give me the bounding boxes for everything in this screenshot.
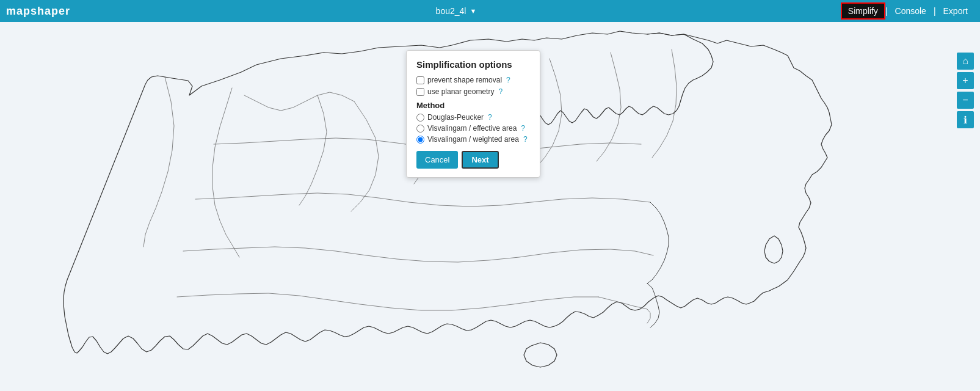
next-button[interactable]: Next: [462, 151, 498, 169]
dropdown-arrow-icon[interactable]: ▼: [470, 7, 476, 15]
visvalingam-weighted-row: Visvalingam / weighted area ?: [416, 135, 530, 144]
right-toolbar: ⌂ + − ℹ: [957, 53, 974, 128]
nav-divider-1: |: [884, 6, 889, 16]
visvalingam-weighted-radio[interactable]: [416, 136, 424, 144]
map-area[interactable]: ⌂ + − ℹ Simplification options prevent s…: [0, 22, 980, 391]
logo: mapshaper: [6, 5, 70, 18]
prevent-shape-removal-label: prevent shape removal: [427, 76, 502, 84]
console-nav-button[interactable]: Console: [889, 4, 932, 18]
visvalingam-weighted-label: Visvalingam / weighted area: [427, 135, 519, 144]
nav-toolbar: Simplify | Console | Export: [842, 4, 974, 18]
douglas-peucker-help[interactable]: ?: [488, 113, 492, 122]
visvalingam-effective-row: Visvalingam / effective area ?: [416, 124, 530, 133]
header: mapshaper bou2_4l ▼ Simplify | Console |…: [0, 0, 980, 22]
visvalingam-effective-help[interactable]: ?: [521, 124, 525, 133]
nav-divider-2: |: [932, 6, 937, 16]
zoom-out-icon: −: [962, 95, 968, 106]
prevent-shape-removal-help[interactable]: ?: [506, 76, 510, 84]
zoom-out-button[interactable]: −: [957, 92, 974, 109]
visvalingam-weighted-help[interactable]: ?: [523, 135, 528, 144]
simplify-dialog: Simplification options prevent shape rem…: [406, 50, 540, 178]
douglas-peucker-radio[interactable]: [416, 114, 424, 122]
prevent-shape-removal-row: prevent shape removal ?: [416, 76, 530, 84]
cancel-button[interactable]: Cancel: [416, 151, 458, 169]
zoom-in-button[interactable]: +: [957, 72, 974, 89]
use-planar-geometry-checkbox[interactable]: [416, 88, 424, 96]
info-icon: ℹ: [964, 114, 967, 126]
file-selector[interactable]: bou2_4l ▼: [436, 6, 477, 16]
simplify-nav-button[interactable]: Simplify: [842, 4, 884, 18]
zoom-in-icon: +: [962, 75, 968, 86]
file-name: bou2_4l: [436, 6, 466, 16]
douglas-peucker-label: Douglas-Peucker: [427, 113, 484, 122]
info-button[interactable]: ℹ: [957, 111, 974, 128]
visvalingam-effective-radio[interactable]: [416, 125, 424, 133]
use-planar-geometry-help[interactable]: ?: [498, 87, 503, 96]
douglas-peucker-row: Douglas-Peucker ?: [416, 113, 530, 122]
home-button[interactable]: ⌂: [957, 53, 974, 70]
use-planar-geometry-row: use planar geometry ?: [416, 87, 530, 96]
export-nav-button[interactable]: Export: [937, 4, 974, 18]
dialog-title: Simplification options: [416, 59, 530, 70]
visvalingam-effective-label: Visvalingam / effective area: [427, 124, 517, 133]
home-icon: ⌂: [962, 56, 968, 67]
dialog-buttons: Cancel Next: [416, 151, 530, 169]
method-section-title: Method: [416, 101, 530, 110]
use-planar-geometry-label: use planar geometry: [427, 87, 494, 96]
prevent-shape-removal-checkbox[interactable]: [416, 76, 424, 84]
